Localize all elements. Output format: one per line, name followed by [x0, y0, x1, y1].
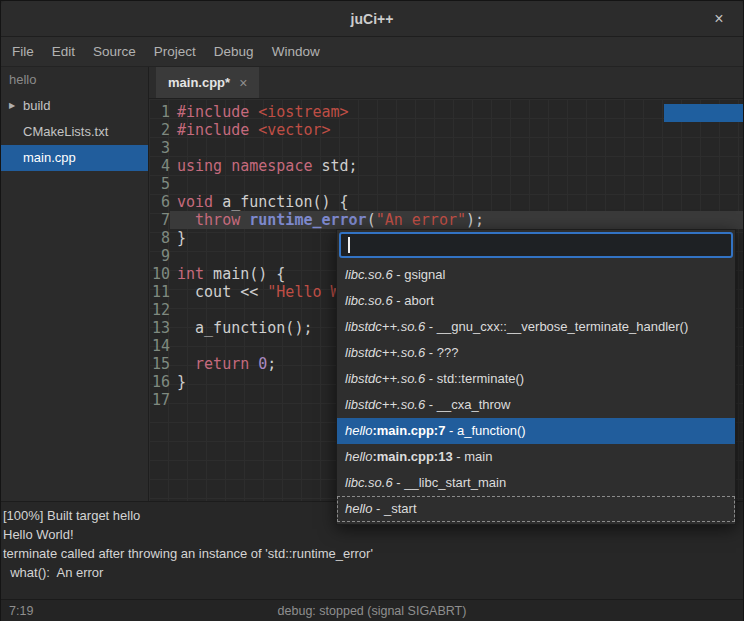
- status-bar: 7:19 debug: stopped (signal SIGABRT): [1, 599, 743, 621]
- frame-library: libc.so.6: [345, 267, 393, 282]
- line-number: 4: [149, 157, 170, 175]
- code-token: [240, 211, 249, 229]
- code-line[interactable]: 3: [149, 139, 743, 157]
- code-token: throw: [195, 211, 240, 229]
- code-token: "Hello W: [267, 283, 339, 301]
- console-line: what(): An error: [3, 563, 741, 582]
- line-number: 2: [149, 121, 170, 139]
- code-line[interactable]: 6void a_function() {: [149, 193, 743, 211]
- menu-item-debug[interactable]: Debug: [205, 37, 263, 66]
- window-titlebar[interactable]: juCi++ ×: [1, 1, 743, 37]
- code-token: [177, 355, 195, 373]
- code-line[interactable]: 4using namespace std;: [149, 157, 743, 175]
- menu-item-source[interactable]: Source: [84, 37, 145, 66]
- sidebar-item-cmakelists-txt[interactable]: CMakeLists.txt: [1, 119, 148, 145]
- scrollbar-thumb[interactable]: [664, 104, 743, 122]
- menu-item-window[interactable]: Window: [263, 37, 329, 66]
- code-text: void a_function() {: [170, 193, 743, 211]
- frame-library: hello: [345, 449, 372, 464]
- menu-item-project[interactable]: Project: [145, 37, 205, 66]
- close-icon[interactable]: ×: [709, 9, 729, 29]
- line-number: 8: [149, 229, 170, 247]
- code-line[interactable]: 2#include <vector>: [149, 121, 743, 139]
- frame-library: libstdc++.so.6: [345, 371, 425, 386]
- line-number: 12: [149, 301, 170, 319]
- project-name: hello: [1, 67, 148, 93]
- code-text: throw runtime_error("An error");: [170, 211, 743, 229]
- text-cursor: [348, 237, 350, 253]
- menu-item-file[interactable]: File: [3, 37, 43, 66]
- stack-frame-list: libc.so.6 - gsignallibc.so.6 - abortlibs…: [337, 262, 735, 522]
- code-line[interactable]: 1#include <iostream>: [149, 103, 743, 121]
- code-token: (: [367, 211, 376, 229]
- code-token: }: [177, 373, 186, 391]
- code-token: void: [177, 193, 213, 211]
- sidebar-item-main-cpp[interactable]: main.cpp: [1, 145, 148, 171]
- stack-frame-item[interactable]: libstdc++.so.6 - __cxa_throw: [337, 392, 735, 418]
- frame-function: - __cxa_throw: [425, 397, 510, 412]
- tab-label: main.cpp*: [168, 75, 230, 90]
- frame-library: hello: [345, 501, 372, 516]
- frame-library: libc.so.6: [345, 293, 393, 308]
- stack-frame-item[interactable]: libstdc++.so.6 - __gnu_cxx::__verbose_te…: [337, 314, 735, 340]
- line-number: 3: [149, 139, 170, 157]
- tab-main-cpp[interactable]: main.cpp* ×: [156, 67, 259, 98]
- stack-frame-item[interactable]: libc.so.6 - gsignal: [337, 262, 735, 288]
- frame-function: - a_function(): [445, 423, 525, 438]
- cursor-position: 7:19: [9, 600, 33, 621]
- code-token: cout <<: [177, 283, 267, 301]
- code-token: namespace: [231, 157, 312, 175]
- expander-icon[interactable]: ▶: [9, 93, 23, 119]
- stack-frame-item[interactable]: hello:main.cpp:13 - main: [337, 444, 735, 470]
- stack-frame-item[interactable]: hello - _start: [337, 496, 735, 522]
- menu-item-edit[interactable]: Edit: [43, 37, 84, 66]
- frame-library: libstdc++.so.6: [345, 319, 425, 334]
- line-number: 5: [149, 175, 170, 193]
- project-tree: ▶buildCMakeLists.txtmain.cpp: [1, 93, 148, 171]
- frame-function: - std::terminate(): [425, 371, 524, 386]
- code-token: main() {: [204, 265, 285, 283]
- frame-location: :main.cpp:13: [372, 449, 452, 464]
- code-token: );: [466, 211, 484, 229]
- frame-function: - main: [453, 449, 493, 464]
- line-number: 14: [149, 337, 170, 355]
- code-token: <iostream>: [258, 103, 348, 121]
- console-line: terminate called after throwing an insta…: [3, 544, 741, 563]
- code-token: [177, 211, 195, 229]
- code-text: using namespace std;: [170, 157, 743, 175]
- code-token: [222, 157, 231, 175]
- stack-frame-item[interactable]: hello:main.cpp:7 - a_function(): [337, 418, 735, 444]
- console-line: Hello World!: [3, 525, 741, 544]
- line-number: 7: [149, 211, 170, 229]
- code-text: #include <vector>: [170, 121, 743, 139]
- frame-location: :main.cpp:7: [372, 423, 445, 438]
- frame-filter-input[interactable]: [339, 232, 733, 258]
- sidebar-item-build[interactable]: ▶build: [1, 93, 148, 119]
- sidebar-item-label: main.cpp: [23, 145, 76, 171]
- project-sidebar: hello ▶buildCMakeLists.txtmain.cpp: [1, 67, 149, 501]
- code-token: [249, 121, 258, 139]
- line-number: 10: [149, 265, 170, 283]
- app-window: juCi++ × FileEditSourceProjectDebugWindo…: [0, 0, 744, 621]
- frame-function: - abort: [393, 293, 434, 308]
- stack-frame-item[interactable]: libstdc++.so.6 - ???: [337, 340, 735, 366]
- frame-function: - __libc_start_main: [393, 475, 506, 490]
- code-line[interactable]: 5: [149, 175, 743, 193]
- frame-library: libc.so.6: [345, 475, 393, 490]
- tab-close-icon[interactable]: ×: [239, 75, 247, 91]
- code-token: a_function();: [177, 319, 312, 337]
- tab-bar: main.cpp* ×: [149, 67, 743, 99]
- code-token: 0: [258, 355, 267, 373]
- code-line[interactable]: 7 throw runtime_error("An error");: [149, 211, 743, 229]
- code-token: int: [177, 265, 204, 283]
- stack-frame-item[interactable]: libc.so.6 - abort: [337, 288, 735, 314]
- debug-status: debug: stopped (signal SIGABRT): [1, 600, 743, 621]
- code-token: [249, 103, 258, 121]
- line-number: 15: [149, 355, 170, 373]
- stack-frame-item[interactable]: libstdc++.so.6 - std::terminate(): [337, 366, 735, 392]
- code-token: a_function() {: [213, 193, 348, 211]
- stack-frame-popup: libc.so.6 - gsignallibc.so.6 - abortlibs…: [336, 229, 736, 525]
- frame-function: - __gnu_cxx::__verbose_terminate_handler…: [425, 319, 688, 334]
- stack-frame-item[interactable]: libc.so.6 - __libc_start_main: [337, 470, 735, 496]
- frame-function: - gsignal: [393, 267, 446, 282]
